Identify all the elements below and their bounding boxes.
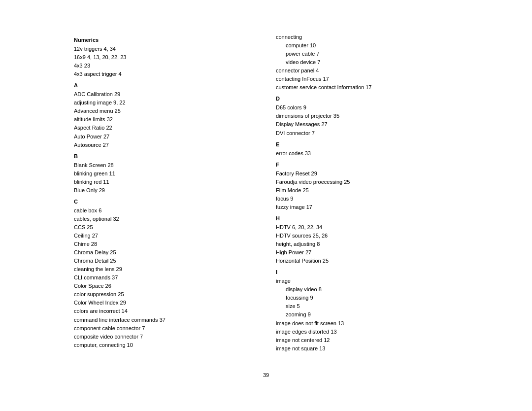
list-item: Blank Screen 28 [74,161,256,170]
list-item: Color Wheel Index 29 [74,299,256,307]
list-item: altitude limits 32 [74,115,256,124]
section-header: Numerics [74,36,256,44]
list-item: fuzzy image 17 [276,203,458,211]
list-item: Film Mode 25 [276,186,458,195]
list-item: error codes 33 [276,149,458,158]
section-header: B [74,152,256,161]
list-item: image [276,277,458,285]
list-item: Display Messages 27 [276,120,458,129]
list-item: Autosource 27 [74,141,256,149]
list-item: Factory Reset 29 [276,170,458,178]
list-item: 12v triggers 4, 34 [74,45,256,53]
list-item: blinking red 11 [74,178,256,186]
list-item: HDTV sources 25, 26 [276,232,458,240]
section-header: H [276,214,458,223]
list-item: CLI commands 37 [74,274,256,282]
list-item: computer, connecting 10 [74,341,256,349]
left-column: Numerics12v triggers 4, 3416x9 4, 13, 20… [74,33,256,362]
list-item: computer 10 [276,41,458,50]
list-item: connecting [276,33,458,41]
list-item: display video 8 [276,285,458,294]
list-item: blinking green 11 [74,170,256,178]
list-item: CCS 25 [74,223,256,232]
section-header: A [74,81,256,90]
list-item: Color Space 26 [74,282,256,290]
content: Numerics12v triggers 4, 3416x9 4, 13, 20… [74,33,458,362]
section-header: E [276,140,458,149]
list-item: Faroudja video proecessing 25 [276,178,458,186]
list-item: Aspect Ratio 22 [74,124,256,132]
list-item: cleaning the lens 29 [74,265,256,274]
list-item: Blue Only 29 [74,186,256,195]
list-item: Horizontal Position 25 [276,257,458,265]
section-header: C [74,198,256,206]
list-item: 16x9 4, 13, 20, 22, 23 [74,53,256,62]
section-header: I [276,268,458,276]
list-item: focus 9 [276,195,458,203]
list-item: Chroma Detail 25 [74,257,256,265]
list-item: contacting InFocus 17 [276,75,458,83]
list-item: component cable connector 7 [74,324,256,333]
list-item: HDTV 6, 20, 22, 34 [276,223,458,232]
list-item: Chime 28 [74,240,256,248]
list-item: power cable 7 [276,50,458,58]
list-item: 4x3 aspect trigger 4 [74,70,256,78]
page: Numerics12v triggers 4, 3416x9 4, 13, 20… [74,33,458,378]
list-item: customer service contact information 17 [276,83,458,92]
list-item: image not centered 12 [276,336,458,344]
list-item: 4x3 23 [74,62,256,70]
list-item: colors are incorrect 14 [74,307,256,315]
list-item: size 5 [276,302,458,310]
list-item: D65 colors 9 [276,103,458,112]
list-item: image not square 13 [276,344,458,353]
list-item: cable box 6 [74,206,256,215]
list-item: adjusting image 9, 22 [74,99,256,107]
list-item: Ceiling 27 [74,232,256,240]
page-number: 39 [74,372,458,378]
list-item: color suppression 25 [74,290,256,299]
list-item: command line interface commands 37 [74,316,256,324]
list-item: DVI connector 7 [276,129,458,137]
section-header: F [276,161,458,169]
list-item: Advanced menu 25 [74,107,256,115]
list-item: focussing 9 [276,294,458,302]
list-item: video device 7 [276,58,458,67]
list-item: High Power 27 [276,248,458,257]
list-item: image edges distorted 13 [276,328,458,336]
list-item: height, adjusting 8 [276,240,458,248]
list-item: Chroma Delay 25 [74,248,256,257]
list-item: Auto Power 27 [74,133,256,141]
list-item: image does not fit screen 13 [276,319,458,328]
list-item: dimensions of projector 35 [276,112,458,120]
list-item: ADC Calibration 29 [74,90,256,99]
list-item: cables, optional 32 [74,215,256,223]
list-item: composite video connector 7 [74,333,256,341]
list-item: connector panel 4 [276,67,458,75]
right-column: connectingcomputer 10power cable 7video … [276,33,458,362]
section-header: D [276,95,458,103]
list-item: zooming 9 [276,310,458,319]
